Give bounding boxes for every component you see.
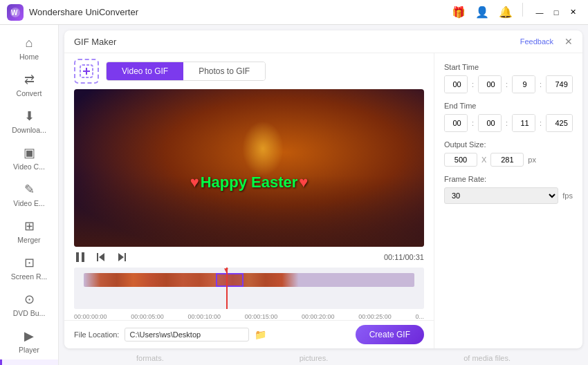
end-ms-input[interactable] (546, 115, 573, 131)
pause-icon (74, 251, 86, 263)
width-input[interactable] (444, 153, 477, 167)
footer-text-0: formats. (136, 354, 164, 362)
sidebar-label-videoc: Video C... (13, 162, 45, 171)
end-time-section: End Time ▲ ▼ : (444, 102, 573, 132)
pause-btn[interactable] (74, 251, 86, 263)
tab-photos-to-gif[interactable]: Photos to GIF (183, 62, 265, 80)
end-sec-input[interactable] (513, 115, 535, 131)
sidebar-label-dvd: DVD Bu... (13, 309, 46, 317)
end-hour-input[interactable] (445, 115, 468, 131)
tab-video-to-gif[interactable]: Video to GIF (107, 62, 183, 80)
sidebar-label-screenr: Screen R... (11, 272, 48, 281)
timeline-selection[interactable] (216, 273, 244, 287)
close-gif-maker-btn[interactable]: ✕ (564, 36, 573, 47)
start-hour-input[interactable] (445, 76, 468, 93)
convert-icon: ⇄ (24, 72, 35, 87)
frame-rate-section: Frame Rate: 30 15 24 60 fps (444, 175, 573, 204)
prev-frame-btn[interactable] (95, 251, 107, 263)
gif-maker-title: GIF Maker (74, 37, 513, 47)
sidebar-item-home[interactable]: ⌂ Home (0, 30, 58, 66)
gif-maker-panel: GIF Maker Feedback ✕ (64, 30, 582, 348)
svg-rect-5 (76, 252, 79, 262)
sidebar-item-convert[interactable]: ⇄ Convert (0, 66, 58, 103)
tab-group: Video to GIF Photos to GIF (106, 62, 266, 81)
output-size-label: Output Size: (444, 140, 573, 149)
ruler-tick-0: 00:00:00:00 (74, 313, 107, 320)
gif-settings-panel: Start Time ▲ ▼ : (434, 53, 582, 348)
download-icon: ⬇ (24, 109, 35, 124)
close-btn[interactable]: ✕ (564, 4, 581, 21)
sidebar-item-video-compress[interactable]: ▣ Video C... (0, 140, 58, 176)
svg-text:W: W (11, 9, 18, 17)
heart-left-icon: ♥ (190, 174, 199, 191)
sidebar-item-download[interactable]: ⬇ Downloa... (0, 103, 58, 140)
fps-select[interactable]: 30 15 24 60 (444, 187, 558, 204)
px-label: px (528, 156, 536, 164)
sidebar-item-dvd-burner[interactable]: ⊙ DVD Bu... (0, 286, 58, 323)
gif-maker-header: GIF Maker Feedback ✕ (64, 30, 582, 53)
fps-unit-label: fps (562, 191, 573, 200)
ruler-tick-4: 00:00:20:00 (302, 313, 335, 320)
bell-icon-btn[interactable]: 🔔 (496, 3, 515, 22)
next-icon (116, 251, 128, 263)
sidebar-label-download: Downloa... (12, 126, 46, 134)
svg-rect-10 (125, 253, 126, 261)
user-icon-btn[interactable]: 👤 (472, 3, 492, 22)
gif-maker-body: Video to GIF Photos to GIF ♥Happy Easter… (64, 53, 582, 348)
candle-glow (242, 121, 284, 176)
sidebar-item-merger[interactable]: ⊞ Merger (0, 213, 58, 250)
app-logo: W (7, 4, 24, 21)
minimize-btn[interactable]: — (531, 4, 548, 21)
end-ms-spinner: ▲ ▼ (546, 114, 573, 132)
start-ms-input[interactable] (546, 76, 573, 93)
video-overlay-text: ♥Happy Easter♥ (190, 174, 309, 191)
video-edit-icon: ✎ (24, 182, 35, 197)
video-preview: ♥Happy Easter♥ (74, 89, 424, 247)
file-location-input[interactable] (125, 328, 249, 341)
next-frame-btn[interactable] (116, 251, 128, 263)
size-row: X px (444, 153, 573, 167)
end-min-spinner: ▲ ▼ (478, 114, 502, 132)
maximize-btn[interactable]: □ (548, 4, 564, 21)
timeline-ruler: 00:00:00:00 00:00:05:00 00:00:10:00 00:0… (64, 313, 434, 320)
height-input[interactable] (490, 153, 524, 167)
sidebar-label-convert: Convert (17, 89, 42, 97)
end-hour-spinner: ▲ ▼ (444, 114, 468, 132)
bottom-bar: File Location: 📁 Create GIF (64, 320, 434, 348)
sidebar-item-player[interactable]: ▶ Player (0, 323, 58, 359)
timeline[interactable] (74, 268, 424, 309)
start-sec-input[interactable] (513, 76, 535, 93)
create-gif-btn[interactable]: Create GIF (356, 325, 424, 344)
sidebar: ⌂ Home ⇄ Convert ⬇ Downloa... ▣ Video C.… (0, 25, 59, 365)
video-compress-icon: ▣ (24, 145, 35, 160)
start-time-label: Start Time (444, 63, 573, 71)
start-time-section: Start Time ▲ ▼ : (444, 63, 573, 93)
end-time-label: End Time (444, 102, 573, 110)
footer-hints: formats. pictures. of media files. (59, 354, 588, 365)
title-bar: W Wondershare UniConverter 🎁 👤 🔔 — □ ✕ (0, 0, 588, 25)
screen-record-icon: ⊡ (24, 255, 35, 270)
gif-left-panel: Video to GIF Photos to GIF ♥Happy Easter… (64, 53, 434, 348)
footer-text-1: pictures. (300, 354, 329, 362)
feedback-link[interactable]: Feedback (520, 37, 553, 46)
app-body: ⌂ Home ⇄ Convert ⬇ Downloa... ▣ Video C.… (0, 25, 588, 365)
gift-icon-btn[interactable]: 🎁 (449, 3, 468, 22)
ruler-tick-5: 00:00:25:00 (358, 313, 392, 320)
ruler-tick-1: 00:00:05:00 (131, 313, 164, 320)
start-time-row: ▲ ▼ : ▲ ▼ (444, 75, 573, 93)
end-time-row: ▲ ▼ : ▲ ▼ (444, 114, 573, 132)
sidebar-item-video-edit[interactable]: ✎ Video E... (0, 176, 58, 213)
add-media-btn[interactable] (74, 59, 99, 84)
timeline-cursor (226, 268, 228, 309)
add-icon (80, 64, 93, 78)
end-min-input[interactable] (479, 115, 502, 131)
ruler-tick-6: 0... (415, 313, 424, 320)
home-icon: ⌂ (26, 36, 33, 50)
start-min-input[interactable] (479, 76, 502, 93)
sidebar-item-screen-recorder[interactable]: ⊡ Screen R... (0, 250, 58, 286)
sidebar-label-home: Home (19, 53, 39, 61)
main-content: GIF Maker Feedback ✕ (59, 25, 588, 365)
folder-browse-btn[interactable]: 📁 (255, 329, 266, 340)
sidebar-item-toolbox[interactable]: ⊞ Toolbox (0, 359, 58, 365)
time-display: 00:11/00:31 (384, 253, 424, 261)
